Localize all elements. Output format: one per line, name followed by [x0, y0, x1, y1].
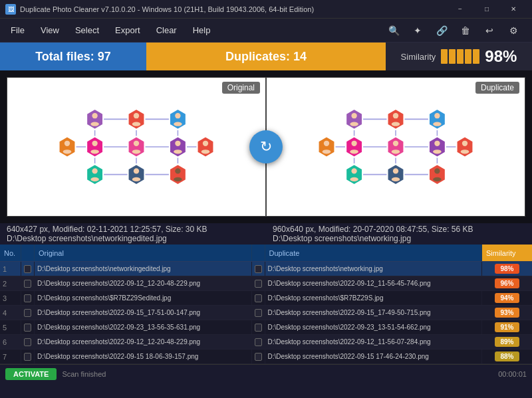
svg-point-94 — [433, 149, 441, 153]
table-header: No. Original Duplicate Similarity — [0, 245, 532, 262]
checkbox-duplicate[interactable] — [255, 265, 262, 273]
checkbox-duplicate[interactable] — [255, 309, 262, 317]
svg-point-75 — [351, 113, 356, 118]
checkbox-original[interactable] — [24, 265, 31, 273]
td-similarity: 94% — [482, 291, 532, 305]
svg-marker-83 — [319, 136, 335, 157]
td-no: 5 — [0, 320, 21, 334]
table-row[interactable]: 3 D:\Desktop screenshots\$R7BZ29Sedited.… — [0, 291, 532, 306]
td-check2[interactable] — [252, 276, 265, 290]
checkbox-original[interactable] — [24, 324, 31, 332]
svg-point-38 — [132, 149, 140, 153]
td-check1[interactable] — [21, 335, 35, 349]
back-toolbar-button[interactable]: ↩ — [479, 21, 500, 40]
checkbox-original[interactable] — [24, 294, 31, 302]
svg-marker-92 — [429, 136, 446, 157]
stats-bar: Total files: 97 Duplicates: 14 Similarit… — [0, 43, 532, 70]
td-similarity: 88% — [482, 349, 532, 363]
td-duplicate: D:\Desktop screenshots\2022-09-15 17-46-… — [265, 349, 483, 363]
maximize-button[interactable]: □ — [473, 0, 500, 19]
td-original: D:\Desktop screenshots\2022-09-23_13-56-… — [35, 320, 252, 334]
original-info: 640x427 px, Modified: 02-11-2021 12:25:5… — [0, 223, 266, 245]
td-check1[interactable] — [21, 262, 35, 276]
checkbox-duplicate[interactable] — [255, 338, 262, 346]
toolbar-right: 🔍 ✦ 🔗 🗑 ↩ ⚙ — [383, 21, 529, 40]
table-row[interactable]: 7 D:\Desktop screenshots\2022-09-15 18-0… — [0, 349, 532, 364]
svg-point-57 — [175, 168, 180, 173]
td-original: D:\Desktop screenshots\networkingedited.… — [35, 262, 252, 276]
checkbox-duplicate[interactable] — [255, 324, 262, 332]
td-check2[interactable] — [252, 349, 265, 363]
svg-point-37 — [134, 141, 139, 146]
delete-toolbar-button[interactable]: 🗑 — [455, 21, 476, 40]
window-controls: − □ ✕ — [447, 0, 527, 19]
minimize-button[interactable]: − — [447, 0, 473, 19]
checkbox-original[interactable] — [24, 338, 31, 346]
td-check2[interactable] — [252, 291, 265, 305]
similarity-badge: 96% — [495, 278, 519, 288]
svg-point-49 — [92, 168, 97, 173]
table-row[interactable]: 2 D:\Desktop screenshots\2022-09-12_12-2… — [0, 276, 532, 291]
svg-point-58 — [174, 177, 182, 181]
td-check1[interactable] — [21, 306, 35, 320]
settings-toolbar-button[interactable]: ⚙ — [503, 21, 524, 40]
checkbox-duplicate[interactable] — [255, 280, 262, 288]
table-row[interactable]: 6 D:\Desktop screenshots\2022-09-12_12-2… — [0, 335, 532, 349]
table-row[interactable]: 5 D:\Desktop screenshots\2022-09-23_13-5… — [0, 320, 532, 335]
menu-help[interactable]: Help — [185, 23, 219, 38]
td-check1[interactable] — [21, 349, 35, 363]
svg-point-90 — [393, 141, 398, 146]
td-check1[interactable] — [21, 320, 35, 334]
td-check2[interactable] — [252, 262, 265, 276]
svg-point-103 — [392, 177, 400, 181]
checkbox-duplicate[interactable] — [255, 353, 262, 361]
checkbox-duplicate[interactable] — [255, 294, 262, 302]
svg-marker-104 — [429, 164, 446, 185]
svg-point-88 — [350, 149, 358, 153]
svg-point-91 — [392, 149, 400, 153]
svg-point-105 — [434, 168, 440, 173]
sim-block-4 — [465, 49, 471, 64]
move-toolbar-button[interactable]: ✦ — [407, 21, 428, 40]
menu-select[interactable]: Select — [67, 23, 107, 38]
similarity-panel: Similarity 98% — [386, 43, 532, 70]
menu-export[interactable]: Export — [107, 23, 148, 38]
td-check1[interactable] — [21, 276, 35, 290]
svg-point-45 — [203, 141, 208, 146]
svg-point-29 — [65, 141, 70, 146]
checkbox-original[interactable] — [24, 280, 31, 288]
swap-button[interactable]: ↻ — [249, 130, 283, 163]
svg-point-34 — [90, 149, 98, 153]
table-row[interactable]: 4 D:\Desktop screenshots\2022-09-15_17-5… — [0, 306, 532, 320]
search-toolbar-button[interactable]: 🔍 — [383, 21, 404, 40]
svg-point-41 — [175, 141, 180, 146]
scan-status: Scan finished — [62, 370, 493, 378]
duplicate-info: 960x640 px, Modified: 20-07-2020 08:47:5… — [266, 223, 532, 245]
td-no: 6 — [0, 335, 21, 349]
activate-button[interactable]: ACTIVATE — [5, 368, 57, 380]
th-check2 — [252, 245, 265, 261]
svg-marker-77 — [388, 109, 404, 130]
svg-marker-95 — [457, 136, 473, 157]
td-no: 2 — [0, 276, 21, 290]
table-row[interactable]: 1 D:\Desktop screenshots\networkingedite… — [0, 262, 532, 276]
menu-view[interactable]: View — [33, 23, 67, 38]
td-check2[interactable] — [252, 335, 265, 349]
link-toolbar-button[interactable]: 🔗 — [431, 21, 452, 40]
similarity-percentage: 98% — [485, 47, 517, 66]
menu-clear[interactable]: Clear — [148, 23, 185, 38]
td-check2[interactable] — [252, 320, 265, 334]
checkbox-original[interactable] — [24, 309, 31, 317]
th-no: No. — [0, 245, 21, 261]
svg-point-102 — [393, 168, 398, 173]
svg-point-21 — [134, 113, 139, 118]
close-button[interactable]: ✕ — [500, 0, 527, 19]
td-check1[interactable] — [21, 291, 35, 305]
checkbox-original[interactable] — [24, 353, 31, 361]
title-bar: 🖼 Duplicate Photo Cleaner v7.10.0.20 - W… — [0, 0, 532, 19]
menu-file[interactable]: File — [3, 23, 33, 38]
original-label: Original — [222, 82, 260, 94]
similarity-badge: 98% — [495, 264, 519, 274]
td-duplicate: D:\Desktop screenshots\$R7BZ29S.jpg — [265, 291, 483, 305]
td-check2[interactable] — [252, 306, 265, 320]
